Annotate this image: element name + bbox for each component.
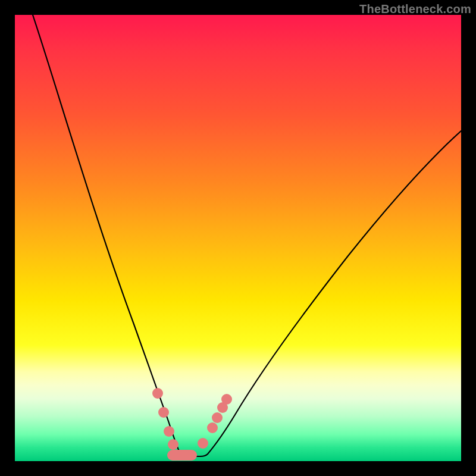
curve-overlay <box>15 15 461 461</box>
marker-left-2 <box>158 407 169 418</box>
watermark-text: TheBottleneck.com <box>359 2 471 16</box>
bottleneck-curve <box>33 15 461 456</box>
marker-left-4 <box>168 439 178 450</box>
marker-right-3 <box>212 412 223 423</box>
optimal-range-marker <box>167 450 197 461</box>
marker-right-5 <box>221 394 232 405</box>
plot-area <box>15 15 461 461</box>
marker-right-1 <box>198 438 208 449</box>
marker-right-2 <box>207 422 218 433</box>
chart-frame: TheBottleneck.com <box>0 0 476 476</box>
marker-left-1 <box>152 388 163 399</box>
marker-left-3 <box>164 426 174 437</box>
